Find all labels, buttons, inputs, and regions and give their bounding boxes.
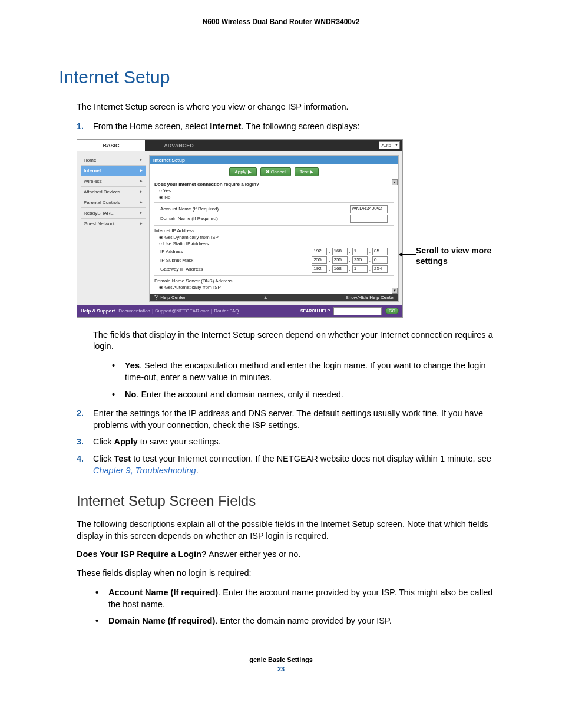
ip-header: Internet IP Address (154, 228, 394, 233)
callout-arrow (402, 254, 416, 255)
bullet-yes: Yes. Select the encapsulation method and… (111, 360, 503, 384)
cancel-button[interactable]: ✖ Cancel (260, 167, 291, 176)
show-hide-help-button[interactable]: Show/Hide Help Center (345, 295, 395, 300)
step-1: 1. From the Home screen, select Internet… (77, 120, 503, 132)
radio-yes[interactable]: ○ Yes (159, 188, 394, 193)
gateway-label: Gateway IP Address (154, 266, 312, 272)
domain-name-input[interactable] (350, 215, 388, 223)
troubleshooting-link[interactable]: Chapter 9, Troubleshooting (93, 466, 196, 475)
subnet-input[interactable]: 255.255.255.0 (312, 256, 388, 264)
search-help-label: SEARCH HELP (300, 309, 330, 313)
radio-dns-auto[interactable]: ◉ Get Automatically from ISP (159, 285, 394, 290)
sidebar-item-internet[interactable]: Internet▸ (81, 166, 146, 176)
fields-intro: The following descriptions explain all o… (77, 519, 503, 542)
doc-header: N600 Wireless Dual Band Router WNDR3400v… (59, 18, 503, 26)
scroll-up-icon[interactable]: ▲ (392, 179, 398, 185)
sidebar-item-parental[interactable]: Parental Controls▸ (81, 197, 146, 208)
gateway-input[interactable]: 192.168.1.254 (312, 265, 388, 273)
bullet-account-name: Account Name (If required). Enter the ac… (94, 587, 503, 611)
ip-address-label: IP Address (154, 249, 312, 254)
nologin-intro: These fields display when no login is re… (77, 568, 503, 579)
sidebar-item-home[interactable]: Home▸ (81, 155, 146, 166)
help-center-button[interactable]: ❔ Help Center (153, 295, 186, 300)
tab-basic[interactable]: BASIC (77, 140, 145, 151)
callout-text: Scroll to view more settings (416, 245, 498, 266)
support-link[interactable]: Support@NETGEAR.com (155, 308, 209, 314)
sidebar-item-wireless[interactable]: Wireless▸ (81, 176, 146, 187)
ip-address-input[interactable]: 192.168.1.85 (312, 248, 388, 255)
search-help-input[interactable] (333, 307, 382, 315)
sidebar: Home▸ Internet▸ Wireless▸ Attached Devic… (81, 155, 146, 302)
account-name-label: Account Name (If Required) (154, 206, 350, 212)
bullet-no: No. Enter the account and domain names, … (111, 388, 503, 400)
radio-no[interactable]: ◉ No (159, 195, 394, 200)
apply-button[interactable]: Apply ▶ (229, 167, 256, 176)
faq-link[interactable]: Router FAQ (214, 308, 239, 314)
tab-advanced[interactable]: ADVANCED (145, 140, 213, 151)
help-support-label: Help & Support (81, 308, 115, 314)
step-4: 4.Click Test to test your Internet conne… (77, 453, 503, 477)
panel-title: Internet Setup (150, 156, 398, 164)
page-title: Internet Setup (59, 67, 503, 87)
subheading: Internet Setup Screen Fields (77, 493, 503, 509)
step-3: 3.Click Apply to save your settings. (77, 436, 503, 447)
sidebar-item-readyshare[interactable]: ReadySHARE▸ (81, 208, 146, 219)
domain-name-label: Domain Name (If Required) (154, 216, 350, 221)
router-ui: BASIC ADVANCED Auto Home▸ Internet▸ Wire… (77, 139, 403, 318)
go-button[interactable]: GO (385, 308, 399, 314)
sidebar-item-attached[interactable]: Attached Devices▸ (81, 187, 146, 197)
radio-ip-dynamic[interactable]: ◉ Get Dynamically from ISP (159, 235, 394, 240)
after-figure-text: The fields that display in the Internet … (93, 330, 503, 353)
intro-text: The Internet Setup screen is where you v… (77, 101, 503, 113)
subnet-label: IP Subnet Mask (154, 258, 312, 263)
language-select[interactable]: Auto (379, 141, 400, 149)
screenshot-figure: BASIC ADVANCED Auto Home▸ Internet▸ Wire… (77, 139, 503, 318)
login-question: Does your Internet connection require a … (154, 182, 259, 187)
step-2: 2.Enter the settings for the IP address … (77, 407, 503, 431)
account-name-input[interactable]: WNDR3400v2 (350, 205, 388, 213)
scroll-down-icon[interactable]: ▼ (392, 288, 398, 294)
dns-header: Domain Name Server (DNS) Address (154, 278, 394, 284)
isp-login-q: Does Your ISP Require a Login? Answer ei… (77, 549, 503, 561)
page-footer: genie Basic Settings 23 (59, 651, 503, 673)
expand-icon[interactable]: ▲ (263, 295, 268, 300)
sidebar-item-guest[interactable]: Guest Network▸ (81, 219, 146, 229)
bullet-domain-name: Domain Name (If required). Enter the dom… (94, 615, 503, 627)
doc-link[interactable]: Documentation (118, 308, 150, 314)
radio-ip-static[interactable]: ○ Use Static IP Address (159, 241, 394, 246)
test-button[interactable]: Test ▶ (295, 167, 319, 176)
